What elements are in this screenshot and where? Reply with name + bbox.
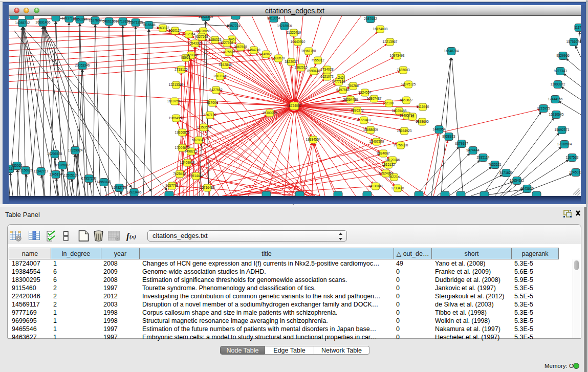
svg-text:12353594: 12353594 [197,125,211,129]
svg-text:16154808: 16154808 [373,27,388,31]
svg-text:1245012: 1245012 [569,170,581,174]
svg-text:13505135: 13505135 [64,173,79,177]
svg-text:39975887: 39975887 [55,163,70,167]
svg-text:2718126: 2718126 [175,68,188,71]
svg-text:16033809: 16033809 [199,16,213,18]
svg-text:1588520: 1588520 [272,56,285,60]
svg-text:2087682: 2087682 [364,17,377,20]
svg-text:3267130: 3267130 [203,113,216,117]
svg-text:1167533: 1167533 [566,156,579,159]
svg-text:9242848: 9242848 [219,63,232,67]
svg-text:9227343: 9227343 [554,69,567,73]
svg-text:16782759: 16782759 [112,186,127,189]
svg-text:10688609: 10688609 [363,128,378,132]
svg-text:20364436: 20364436 [343,98,358,101]
svg-text:1362615: 1362615 [294,65,308,69]
svg-text:8912954: 8912954 [182,32,195,36]
svg-text:17016504: 17016504 [557,142,572,146]
svg-text:6497568: 6497568 [336,88,350,92]
svg-text:11325419: 11325419 [287,31,301,34]
svg-text:9327508: 9327508 [220,41,233,45]
svg-text:16543382: 16543382 [188,41,203,45]
svg-text:8990448: 8990448 [307,69,320,73]
svg-text:9463627: 9463627 [400,98,413,102]
svg-text:3215955: 3215955 [537,106,550,110]
svg-text:13654923: 13654923 [397,129,412,133]
svg-text:12213369: 12213369 [169,83,184,86]
svg-text:8813054: 8813054 [267,16,280,20]
svg-text:16640910: 16640910 [291,40,306,43]
svg-text:20691406: 20691406 [36,20,51,24]
svg-text:3822037: 3822037 [285,60,298,63]
svg-text:14138141: 14138141 [368,184,383,188]
svg-text:12093872: 12093872 [551,82,565,86]
svg-text:1440954: 1440954 [432,127,446,131]
svg-text:8938923: 8938923 [442,135,455,138]
svg-text:9115460: 9115460 [417,105,429,108]
svg-text:8186323: 8186323 [208,38,222,41]
svg-text:7886372: 7886372 [351,108,364,112]
svg-text:12923446: 12923446 [127,190,142,194]
svg-text:16671355: 16671355 [128,20,143,24]
svg-text:14055712: 14055712 [15,21,30,25]
svg-text:6734028: 6734028 [320,68,334,71]
svg-text:6879197: 6879197 [455,142,468,145]
svg-text:44: 44 [410,115,415,118]
svg-text:9474444: 9474444 [466,148,480,152]
svg-text:19756928: 19756928 [394,143,408,147]
svg-text:15720407: 15720407 [357,118,372,122]
svg-text:20053346: 20053346 [75,63,90,67]
svg-text:9777169: 9777169 [332,80,345,83]
svg-text:6898695: 6898695 [416,120,429,123]
svg-text:9327508: 9327508 [195,35,208,38]
svg-text:2935114: 2935114 [477,156,490,159]
svg-text:2803144: 2803144 [213,74,227,78]
svg-text:11172: 11172 [574,26,581,29]
svg-text:3824554: 3824554 [358,91,372,94]
svg-text:12213967: 12213967 [383,40,398,43]
svg-text:8471626: 8471626 [499,171,513,174]
svg-text:3875685: 3875685 [222,50,235,54]
svg-text:10807487: 10807487 [367,97,382,100]
svg-text:19524851: 19524851 [379,171,394,175]
svg-text:245: 245 [338,76,344,79]
svg-text:19218506: 19218506 [277,24,292,28]
svg-text:252214: 252214 [388,175,400,179]
svg-text:9329966: 9329966 [556,54,570,57]
svg-text:10654112: 10654112 [510,179,525,182]
svg-text:14914449: 14914449 [189,174,204,178]
svg-text:12444156: 12444156 [548,97,563,101]
svg-text:7632621: 7632621 [488,163,502,166]
svg-text:9245612: 9245612 [520,187,534,190]
svg-text:18724007: 18724007 [287,104,302,107]
svg-text:(x): (x) [129,233,136,240]
svg-text:1498222: 1498222 [184,149,198,153]
svg-text:6466160: 6466160 [102,19,116,23]
svg-text:9657791: 9657791 [165,184,179,187]
svg-text:2967608: 2967608 [234,45,247,49]
svg-text:12409948: 12409948 [180,161,195,164]
svg-text:746266: 746266 [347,84,359,87]
svg-text:17004670: 17004670 [175,146,190,149]
svg-text:7625402: 7625402 [173,172,186,176]
svg-text:1733426: 1733426 [391,186,404,190]
svg-text:19384554: 19384554 [306,138,321,141]
svg-text:62100: 62100 [384,101,394,105]
svg-text:10025458: 10025458 [392,109,407,113]
svg-text:8427552: 8427552 [209,88,223,92]
svg-text:10853287: 10853287 [73,17,88,21]
svg-text:7955812: 7955812 [311,58,324,62]
svg-text:1345194: 1345194 [49,172,62,176]
svg-text:17359924: 17359924 [68,148,83,152]
svg-text:7515546: 7515546 [142,23,156,27]
svg-text:9146821: 9146821 [259,52,273,56]
svg-text:9384067: 9384067 [377,151,390,155]
svg-text:1621072: 1621072 [320,75,334,78]
svg-text:10973493: 10973493 [390,54,405,57]
svg-text:15716485: 15716485 [200,186,215,189]
svg-text:39119: 39119 [9,167,14,170]
svg-text:16648784: 16648784 [444,49,459,53]
svg-text:12342717: 12342717 [34,169,49,173]
svg-text:817004: 817004 [207,101,218,104]
svg-text:16210645: 16210645 [549,113,564,116]
